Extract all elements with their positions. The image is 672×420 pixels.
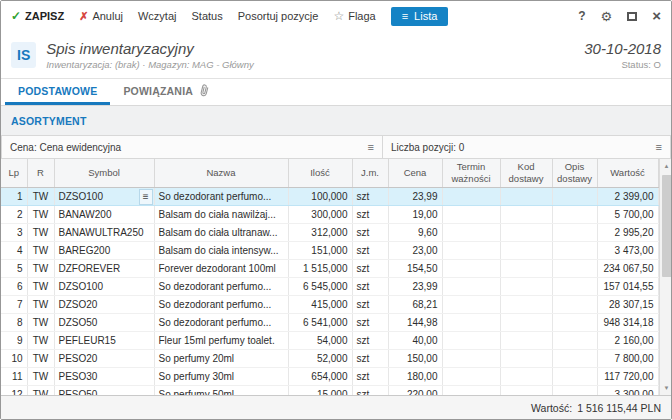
save-button[interactable]: ✓ ZAPISZ bbox=[11, 9, 64, 23]
column-header-nazwa[interactable]: Nazwa bbox=[154, 159, 288, 187]
table-row[interactable]: 7 TW DZSO20≡ So dezodorant perfumo... 41… bbox=[1, 295, 658, 313]
document-date: 30-10-2018 bbox=[584, 40, 661, 57]
cell-ilosc: 100,000 bbox=[288, 187, 352, 205]
scroll-thumb[interactable] bbox=[662, 175, 672, 277]
cell-cena: 154,50 bbox=[388, 259, 442, 277]
cell-ilosc: 654,000 bbox=[288, 367, 352, 385]
scroll-down-arrow[interactable]: ▼ bbox=[660, 381, 672, 395]
cell-termin bbox=[442, 205, 500, 223]
cell-termin bbox=[442, 349, 500, 367]
table-row[interactable]: 1 TW DZSO100≡ So dezodorant perfumo... 1… bbox=[1, 187, 658, 205]
table-row[interactable]: 9 TW PEFLEUR15≡ Fleur 15ml perfumy toale… bbox=[1, 331, 658, 349]
position-count-label: Liczba pozycji: 0 bbox=[391, 142, 464, 153]
status-button[interactable]: Status bbox=[191, 10, 222, 22]
hamburger-icon: ≡ bbox=[402, 10, 408, 22]
filter-row: Cena: Cena ewidencyjna ≡ Liczba pozycji:… bbox=[1, 135, 671, 159]
column-header-opis-dostawy[interactable]: Opis dostawy bbox=[552, 159, 597, 187]
scroll-up-arrow[interactable]: ▲ bbox=[660, 159, 672, 173]
cell-lp: 6 bbox=[1, 277, 27, 295]
vertical-scrollbar[interactable]: ▲ ▼ bbox=[659, 159, 672, 395]
cell-wartosc: 7 800,00 bbox=[597, 349, 658, 367]
column-header-lp[interactable]: Lp bbox=[1, 159, 27, 187]
gear-icon[interactable]: ⚙ bbox=[601, 9, 613, 24]
table-row[interactable]: 11 TW PESO30≡ So perfumy 30ml 654,000 sz… bbox=[1, 367, 658, 385]
cell-lp: 9 bbox=[1, 331, 27, 349]
lista-button[interactable]: ≡ Lista bbox=[391, 7, 449, 26]
cell-wartosc: 3 300,00 bbox=[597, 385, 658, 395]
tab-powiazania[interactable]: POWIĄZANIA bbox=[110, 79, 223, 105]
cell-ilosc: 151,000 bbox=[288, 241, 352, 259]
table-row[interactable]: 3 TW BANAWULTRA250≡ Balsam do ciała ultr… bbox=[1, 223, 658, 241]
cell-wartosc: 234 067,50 bbox=[597, 259, 658, 277]
cell-r: TW bbox=[27, 205, 54, 223]
star-icon: ☆ bbox=[333, 9, 344, 23]
cell-wartosc: 2 995,20 bbox=[597, 223, 658, 241]
table-body: 1 TW DZSO100≡ So dezodorant perfumo... 1… bbox=[1, 187, 658, 395]
cell-jm: szt bbox=[352, 295, 388, 313]
cell-lp: 5 bbox=[1, 259, 27, 277]
content-area: ASORTYMENT Cena: Cena ewidencyjna ≡ Licz… bbox=[1, 106, 671, 395]
row-menu-icon[interactable]: ≡ bbox=[139, 189, 153, 205]
column-header-jm[interactable]: J.m. bbox=[352, 159, 388, 187]
cell-kod-dostawy bbox=[500, 205, 552, 223]
cell-jm: szt bbox=[352, 385, 388, 395]
hamburger-icon[interactable]: ≡ bbox=[367, 141, 373, 153]
cell-lp: 11 bbox=[1, 367, 27, 385]
section-title: ASORTYMENT bbox=[1, 106, 671, 135]
cell-ilosc: 300,000 bbox=[288, 205, 352, 223]
table-row[interactable]: 6 TW DZSO100≡ So dezodorant perfumo... 6… bbox=[1, 277, 658, 295]
column-header-r[interactable]: R bbox=[27, 159, 54, 187]
table-row[interactable]: 10 TW PESO20≡ So perfumy 20ml 52,000 szt… bbox=[1, 349, 658, 367]
cell-nazwa: So perfumy 50ml bbox=[154, 385, 288, 395]
cell-r: TW bbox=[27, 385, 54, 395]
cell-symbol: BAREG200≡ bbox=[54, 241, 154, 259]
cell-opis-dostawy bbox=[552, 187, 597, 205]
cell-wartosc: 2 160,00 bbox=[597, 331, 658, 349]
paperclip-icon bbox=[198, 83, 212, 98]
cancel-x-icon: ✗ bbox=[79, 10, 88, 23]
column-header-termin[interactable]: Termin ważności bbox=[442, 159, 500, 187]
cell-ilosc: 52,000 bbox=[288, 349, 352, 367]
maximize-icon[interactable] bbox=[627, 12, 637, 21]
table-row[interactable]: 8 TW DZSO50≡ So dezodorant perfumo... 6 … bbox=[1, 313, 658, 331]
title-block: Spis inwentaryzacyjny Inwentaryzacja: (b… bbox=[46, 40, 584, 70]
price-type-selector[interactable]: Cena: Cena ewidencyjna ≡ bbox=[1, 135, 383, 159]
cell-nazwa: So dezodorant perfumo... bbox=[154, 187, 288, 205]
load-button[interactable]: Wczytaj bbox=[138, 10, 177, 22]
cancel-button[interactable]: ✗ Anuluj bbox=[79, 10, 123, 23]
cell-opis-dostawy bbox=[552, 349, 597, 367]
total-value-label: Wartość: bbox=[531, 402, 572, 414]
cell-r: TW bbox=[27, 277, 54, 295]
column-header-ilosc[interactable]: Ilość bbox=[288, 159, 352, 187]
cell-lp: 4 bbox=[1, 241, 27, 259]
column-header-kod-dostawy[interactable]: Kod dostawy bbox=[500, 159, 552, 187]
flag-button[interactable]: ☆ Flaga bbox=[333, 9, 375, 23]
cell-kod-dostawy bbox=[500, 277, 552, 295]
hamburger-icon[interactable]: ≡ bbox=[656, 141, 662, 153]
cell-opis-dostawy bbox=[552, 367, 597, 385]
close-icon[interactable]: × bbox=[652, 11, 661, 21]
position-count-selector[interactable]: Liczba pozycji: 0 ≡ bbox=[382, 135, 671, 159]
table-row[interactable]: 12 TW PESO50≡ So perfumy 50ml 15,000 szt… bbox=[1, 385, 658, 395]
table-row[interactable]: 4 TW BAREG200≡ Balsam do ciała intensyw.… bbox=[1, 241, 658, 259]
cell-jm: szt bbox=[352, 331, 388, 349]
help-button[interactable]: ? bbox=[578, 9, 585, 23]
column-header-symbol[interactable]: Symbol bbox=[54, 159, 154, 187]
app-window: ✓ ZAPISZ ✗ Anuluj Wczytaj Status Posortu… bbox=[0, 0, 672, 420]
table-row[interactable]: 2 TW BANAW200≡ Balsam do ciała nawilżaj.… bbox=[1, 205, 658, 223]
save-button-label: ZAPISZ bbox=[25, 10, 64, 22]
table-row[interactable]: 5 TW DZFOREVER≡ Forever dezodorant 100ml… bbox=[1, 259, 658, 277]
cell-wartosc: 117 720,00 bbox=[597, 367, 658, 385]
cell-jm: szt bbox=[352, 259, 388, 277]
column-header-wartosc[interactable]: Wartość bbox=[597, 159, 658, 187]
cell-opis-dostawy bbox=[552, 331, 597, 349]
cell-nazwa: Fleur 15ml perfumy toalet. bbox=[154, 331, 288, 349]
cell-r: TW bbox=[27, 313, 54, 331]
sort-items-button[interactable]: Posortuj pozycje bbox=[238, 10, 319, 22]
cell-termin bbox=[442, 187, 500, 205]
column-header-cena[interactable]: Cena bbox=[388, 159, 442, 187]
cell-wartosc: 157 014,55 bbox=[597, 277, 658, 295]
cell-termin bbox=[442, 367, 500, 385]
cell-cena: 23,99 bbox=[388, 187, 442, 205]
tab-podstawowe[interactable]: PODSTAWOWE bbox=[5, 79, 110, 105]
